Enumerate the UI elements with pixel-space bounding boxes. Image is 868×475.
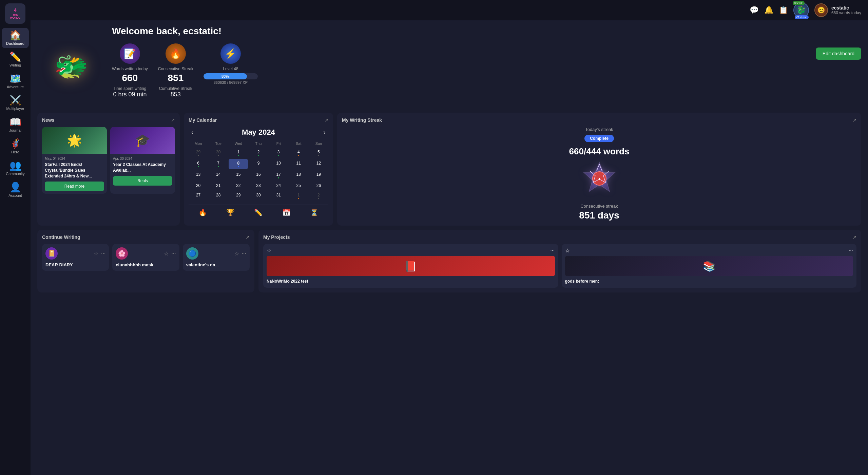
bell-icon[interactable]: 🔔 [764,6,773,15]
streak-words: 660/444 words [569,146,630,157]
news-card-1[interactable]: 🎓 Apr. 30 2024 Year 2 Classes At Academy… [110,127,175,194]
cal-day-13[interactable]: 13 [189,170,208,180]
cal-day-16[interactable]: 16 [249,170,268,180]
time-value: 0 hrs 09 min [112,91,148,98]
cal-day-19[interactable]: 19 [309,170,328,180]
streak-today-label: Today's streak [585,127,613,132]
writing-card-1[interactable]: 🌸 ☆ ··· ciunahhhhh mask [112,244,179,271]
svg-text:♦: ♦ [598,176,600,181]
calendar-prev-button[interactable]: ‹ [189,127,196,137]
cal-day-17[interactable]: 17 [269,170,288,180]
cal-day-8[interactable]: 8 [229,159,248,169]
my-projects-header: My Projects ↗ [263,234,856,240]
star-icon-2[interactable]: ☆ [234,250,239,257]
writing-card-2[interactable]: 🔵 ☆ ··· valentine's da... [183,244,250,271]
cal-day-6[interactable]: 6 [189,159,208,169]
sidebar-item-adventure[interactable]: 🗺️ Adventure [2,71,29,92]
cal-day-30b[interactable]: 30 [249,191,268,201]
news-read-more-0[interactable]: Read more [45,182,104,191]
cal-day-9[interactable]: 9 [249,159,268,169]
project-more-0[interactable]: ··· [550,248,555,254]
cal-day-3[interactable]: 3 [269,148,288,158]
cal-day-25[interactable]: 25 [289,181,308,190]
cal-day-2[interactable]: 2 [249,148,268,158]
continue-writing-expand[interactable]: ↗ [246,234,250,240]
star-icon-1[interactable]: ☆ [164,250,169,257]
cal-day-27[interactable]: 27 [189,191,208,201]
project-card-1[interactable]: ☆ ··· 📚 gods before men: [562,244,857,288]
project-star-0[interactable]: ☆ [267,247,271,254]
streak-days: 851 days [579,210,619,221]
adventure-icon: 🗺️ [9,74,21,83]
my-projects-expand[interactable]: ↗ [852,234,856,240]
username: ecstatic [831,5,861,11]
chat-icon[interactable]: 💬 [750,6,759,15]
cal-day-22[interactable]: 22 [229,181,248,190]
sidebar-logo[interactable]: 4 THEWORDS [5,3,25,24]
continue-writing-header: Continue Writing ↗ [42,234,250,240]
news-expand-icon[interactable]: ↗ [171,117,175,123]
cal-day-30a[interactable]: 30 [209,148,228,158]
sidebar-item-writing[interactable]: ✏️ Writing [2,50,29,70]
cal-day-4[interactable]: 4 [289,148,308,158]
cal-day-15[interactable]: 15 [229,170,248,180]
calendar-expand-icon[interactable]: ↗ [324,117,328,123]
cal-hourglass-icon[interactable]: ⏳ [310,208,319,216]
writing-card-actions-0: ☆ ··· [94,250,105,257]
cal-day-31[interactable]: 31 [269,191,288,201]
cal-day-28[interactable]: 28 [209,191,228,201]
writing-card-icon-0: 📔 [45,247,58,260]
cal-day-18[interactable]: 18 [289,170,308,180]
cal-day-26[interactable]: 26 [309,181,328,190]
cal-calendar-icon[interactable]: 📅 [282,208,291,216]
hero-icon: 🦸 [9,139,21,149]
streak-complete-badge: Complete [584,135,614,142]
cal-trophy-icon[interactable]: 🏆 [226,208,235,216]
project-card-0[interactable]: ☆ ··· 📕 NaNoWriMo 2022 test [263,244,558,288]
sidebar-item-hero[interactable]: 🦸 Hero [2,136,29,157]
cal-day-2b[interactable]: 2 [309,191,328,201]
streak-expand-icon[interactable]: ↗ [852,117,856,123]
more-icon-1[interactable]: ··· [171,250,176,257]
news-cards: 🌟 May. 04 2024 StarFall 2024 Ends! Cryst… [42,127,175,194]
character-badge[interactable]: 🐉 88/136 ⏱ 4 min [793,2,809,18]
cal-day-1b[interactable]: 1 [289,191,308,201]
cal-day-10[interactable]: 10 [269,159,288,169]
more-icon-0[interactable]: ··· [101,250,105,257]
cal-day-12[interactable]: 12 [309,159,328,169]
cal-day-7[interactable]: 7 [209,159,228,169]
cumulative-label: Cumulative Streak [158,86,193,91]
cal-day-14[interactable]: 14 [209,170,228,180]
cal-day-29b[interactable]: 29 [229,191,248,201]
cal-day-5[interactable]: 5 [309,148,328,158]
cal-day-20[interactable]: 20 [189,181,208,190]
news-read-more-1[interactable]: Reals [113,176,172,186]
calendar-icons: 🔥 🏆 ✏️ 📅 ⏳ [189,205,328,216]
cal-day-23[interactable]: 23 [249,181,268,190]
writing-card-0[interactable]: 📔 ☆ ··· DEAR DIARY [42,244,109,271]
edit-dashboard-button[interactable]: Edit dashboard [816,48,861,60]
welcome-title: Welcome back, ecstatic! [112,26,861,37]
streak-emblem: ♦ [582,161,616,200]
cal-day-21[interactable]: 21 [209,181,228,190]
cal-pencil-icon[interactable]: ✏️ [254,208,263,216]
sidebar-item-journal[interactable]: 📖 Journal [2,115,29,135]
cal-day-29a[interactable]: 29 [189,148,208,158]
sidebar-item-multiplayer[interactable]: ⚔️ Multiplayer [2,93,29,113]
project-star-1[interactable]: ☆ [565,247,570,254]
cal-day-24[interactable]: 24 [269,181,288,190]
news-card-0[interactable]: 🌟 May. 04 2024 StarFall 2024 Ends! Cryst… [42,127,107,194]
project-more-1[interactable]: ··· [849,248,853,254]
sidebar-item-account[interactable]: 👤 Account [2,180,29,200]
notebook-icon[interactable]: 📋 [779,6,788,15]
star-icon-0[interactable]: ☆ [94,250,98,257]
cal-day-1[interactable]: 1 [229,148,248,158]
sidebar-item-community[interactable]: 👥 Community [2,158,29,178]
calendar-next-button[interactable]: › [321,127,328,137]
level-bar-container: 80% 860630 / 869897 XP [204,73,258,84]
more-icon-2[interactable]: ··· [242,250,246,257]
user-info[interactable]: 😊 ecstatic 660 words today [814,3,861,17]
cal-day-11[interactable]: 11 [289,159,308,169]
sidebar-item-dashboard[interactable]: 🏠 Dashboard [2,28,29,48]
cal-fire-icon[interactable]: 🔥 [198,208,207,216]
